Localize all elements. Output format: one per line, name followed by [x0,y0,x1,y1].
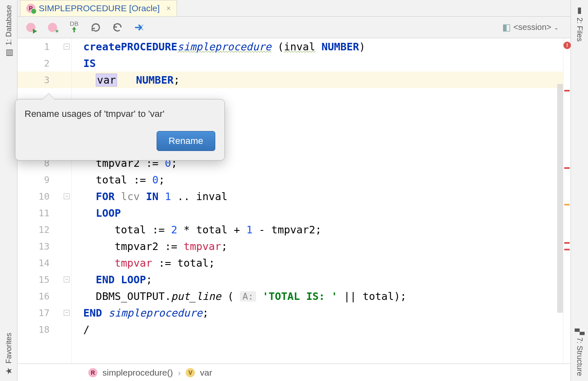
breadcrumb-item[interactable]: simpleprocedure() [102,368,173,378]
code-line[interactable]: LOOP [72,205,563,221]
rollback-icon [112,22,123,33]
code-line[interactable]: FOR lcv IN 1 .. inval [72,188,563,205]
code-line[interactable]: tmpvar := total; [72,255,563,271]
code-line[interactable]: END LOOP; [72,271,563,288]
gutter[interactable]: 1− 2 3 8 9 10− 11 12 13 14 15− 16 17− 18 [17,38,72,364]
star-icon: ★ [4,366,14,376]
refresh-button[interactable] [89,21,102,34]
error-stripe[interactable]: ! [563,38,571,364]
parameter-hint: A: [240,291,256,302]
code-line[interactable]: total := 0; [72,171,563,188]
code-area[interactable]: create PROCEDURE simpleprocedure (inval … [72,38,563,364]
editor-tabs: P SIMPLEPROCEDURE [Oracle] × [17,0,571,17]
error-badge-icon[interactable]: ! [563,42,571,49]
gutter-line[interactable]: 10− [17,188,71,205]
tool-window-files[interactable]: ▮ 2: Files [573,0,586,47]
gutter-line[interactable]: 16 [17,288,71,304]
fold-toggle[interactable]: − [64,44,70,49]
tool-window-label: 2: Files [575,17,584,42]
code-line[interactable]: END simpleprocedure; [72,304,563,321]
run-icon [26,23,35,32]
debug-button[interactable] [46,21,59,34]
action-toolbar: DB ◧ <session> ⌄ [17,17,571,38]
database-icon: ▤ [4,48,14,58]
gutter-line[interactable]: 11 [17,205,71,221]
popup-message: Rename usages of 'tmpvar' to 'var' [25,109,215,119]
gutter-line[interactable]: 17− [17,304,71,321]
error-mark[interactable] [564,204,570,205]
fold-toggle[interactable]: − [64,277,70,282]
datasource-icon: ◧ [502,22,511,33]
code-line[interactable]: tmpvar2 := tmpvar; [72,238,563,255]
variable-icon: V [186,368,195,377]
tab-title: SIMPLEPROCEDURE [Oracle] [39,3,160,13]
tool-window-favorites[interactable]: ★ Favorites [2,328,15,381]
close-icon[interactable]: × [167,4,171,13]
error-mark[interactable] [564,167,570,169]
main-area: P SIMPLEPROCEDURE [Oracle] × DB ◧ <sessi… [17,0,571,381]
gutter-line[interactable]: 12 [17,221,71,238]
gutter-line[interactable]: 3 [17,72,71,88]
gutter-line[interactable]: 9 [17,171,71,188]
tool-window-label: 1: Database [4,5,13,45]
fold-toggle[interactable]: − [64,310,70,316]
code-line[interactable]: var NUMBER; [72,72,563,88]
tool-window-label: 7: Structure [575,337,584,376]
run-button[interactable] [24,21,37,34]
breadcrumb-item[interactable]: var [200,368,212,378]
left-tool-window-bar: ▤ 1: Database ★ Favorites [0,0,17,381]
gutter-line[interactable]: 18 [17,321,71,338]
breadcrumb-separator: › [178,368,181,378]
tab-simpleprocedure[interactable]: P SIMPLEPROCEDURE [Oracle] × [20,0,177,16]
rename-popup: Rename usages of 'tmpvar' to 'var' Renam… [15,99,225,161]
code-line[interactable]: create PROCEDURE simpleprocedure (inval … [72,38,563,55]
error-mark[interactable] [564,90,570,92]
execute-icon [134,22,145,33]
folder-icon: ▮ [575,5,585,15]
error-mark[interactable] [564,242,570,244]
fold-toggle[interactable]: − [64,193,70,199]
rename-selection[interactable]: var [96,74,117,87]
db-sync-button[interactable]: DB [67,21,81,34]
rename-button[interactable]: Rename [157,131,215,151]
session-label: <session> [513,22,551,32]
code-line[interactable]: IS [72,55,563,72]
gutter-line[interactable]: 15− [17,271,71,288]
refresh-icon [90,22,101,33]
code-line[interactable]: / [72,321,563,338]
breadcrumb: R simpleprocedure() › V var [17,364,571,381]
tool-window-label: Favorites [4,333,13,364]
db-label: DB [70,20,79,27]
tool-window-structure[interactable]: ▞ 7: Structure [573,324,586,381]
routine-icon: R [88,368,97,377]
gutter-line[interactable]: 2 [17,55,71,72]
tool-window-database[interactable]: ▤ 1: Database [2,0,15,63]
right-tool-window-bar: ▮ 2: Files ▞ 7: Structure [571,0,588,381]
procedure-icon: P [26,4,35,13]
error-mark[interactable] [564,249,570,250]
structure-icon: ▞ [575,329,585,335]
code-line[interactable]: DBMS_OUTPUT.put_line ( A: 'TOTAL IS: ' |… [72,288,563,304]
chevron-down-icon: ⌄ [554,24,559,31]
editor: 1− 2 3 8 9 10− 11 12 13 14 15− 16 17− 18… [17,38,571,364]
execute-button[interactable] [132,21,146,34]
debug-icon [48,23,57,32]
gutter-line[interactable]: 14 [17,255,71,271]
scrollbar-thumb[interactable] [557,84,563,313]
code-line[interactable]: total := 2 * total + 1 - tmpvar2; [72,221,563,238]
gutter-line[interactable]: 13 [17,238,71,255]
rollback-button[interactable] [111,21,124,34]
gutter-line[interactable]: 1− [17,38,71,55]
session-selector[interactable]: ◧ <session> ⌄ [502,22,564,33]
